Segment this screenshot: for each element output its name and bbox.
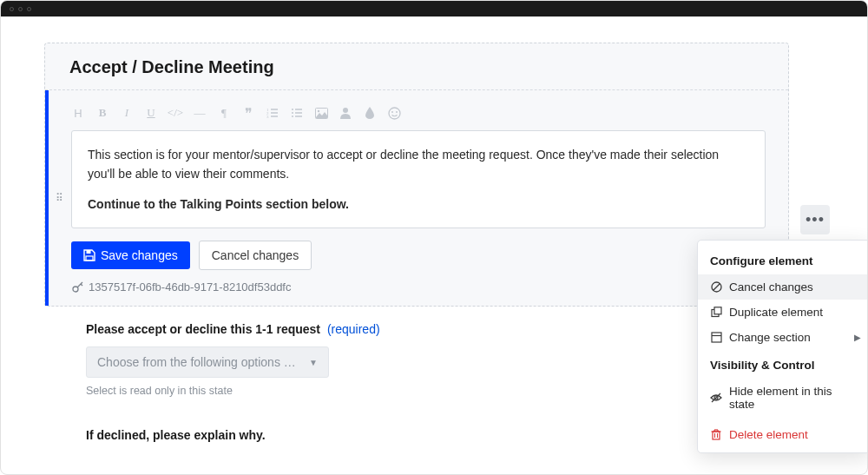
underline-icon[interactable]: U [144,106,158,120]
emoji-icon[interactable] [387,106,401,120]
svg-point-16 [391,111,393,113]
ordered-list-icon[interactable]: 123 [266,106,279,120]
select-accept-decline[interactable]: Choose from the following options … ▼ [86,346,329,378]
menu-group-title: Configure element [698,251,868,274]
menu-item-delete[interactable]: Delete element [698,422,868,447]
menu-item-label: Delete element [729,428,808,441]
svg-point-11 [292,115,293,117]
bold-icon[interactable]: B [95,106,109,120]
menu-item-cancel-changes[interactable]: Cancel changes [698,274,868,300]
svg-text:3: 3 [266,115,269,119]
field-label-accept-decline: Please accept or decline this 1-1 reques… [86,322,765,336]
menu-item-label: Cancel changes [729,280,813,294]
section-icon [710,332,722,344]
editor-paragraph: This section is for your mentor/supervis… [88,145,749,184]
element-key-value: 1357517f-06fb-46db-9171-8210df53ddfc [89,280,291,294]
chevron-right-icon: ▶ [854,333,861,342]
save-button[interactable]: Save changes [71,241,190,269]
svg-point-10 [292,112,293,114]
menu-item-change-section[interactable]: Change section ▶ [698,325,868,350]
menu-item-label: Duplicate element [729,306,823,319]
svg-rect-18 [87,250,91,254]
cancel-button[interactable]: Cancel changes [199,241,312,270]
window-titlebar [1,1,867,16]
quote-icon[interactable]: ❞ [241,106,255,120]
trash-icon [710,429,722,441]
menu-item-label: Hide element in this state [729,385,858,411]
traffic-light-dot [27,7,31,11]
app-window: Accept / Decline Meeting ⠿ H B I U </> —… [0,0,868,475]
svg-point-13 [317,109,319,111]
tint-icon[interactable] [363,106,377,120]
button-row: Save changes Cancel changes [71,241,766,270]
select-helper-text: Select is read only in this state [86,385,765,397]
field-label-explain: If declined, please explain why. [86,428,765,442]
section-title: Accept / Decline Meeting [69,57,764,77]
key-icon [71,281,83,294]
unordered-list-icon[interactable] [290,106,304,120]
overflow-menu-button[interactable]: ••• [800,205,830,234]
field-label-text: Please accept or decline this 1-1 reques… [86,322,320,336]
menu-item-label: Change section [729,331,811,344]
rich-text-toolbar: H B I U </> — ¶ ❞ 123 [71,102,766,130]
svg-rect-27 [712,333,721,342]
content-area: Accept / Decline Meeting ⠿ H B I U </> —… [1,16,867,461]
svg-point-17 [396,111,398,113]
heading-icon[interactable]: H [71,106,85,120]
section-header: Accept / Decline Meeting [45,43,788,90]
user-icon[interactable] [339,106,352,120]
element-key-row: 1357517f-06fb-46db-9171-8210df53ddfc [71,280,766,294]
svg-point-14 [343,108,348,113]
paragraph-icon[interactable]: ¶ [217,106,231,120]
section-card: Accept / Decline Meeting ⠿ H B I U </> —… [44,43,789,307]
fields-area: Please accept or decline this 1-1 reques… [44,307,789,461]
svg-point-15 [389,108,400,119]
select-placeholder: Choose from the following options … [97,355,296,369]
cancel-icon [710,281,722,294]
svg-rect-19 [86,256,93,261]
editor-textarea[interactable]: This section is for your mentor/supervis… [71,130,766,228]
required-indicator: (required) [327,322,380,336]
save-icon [83,249,95,261]
eye-slash-icon [710,392,722,404]
context-menu: Configure element Cancel changes Duplica… [697,240,868,453]
italic-icon[interactable]: I [120,106,134,120]
menu-group-title: Visibility & Control [698,355,868,379]
chevron-down-icon: ▼ [309,358,318,367]
svg-rect-26 [714,307,721,314]
editor-block: ⠿ H B I U </> — ¶ ❞ 123 [45,90,788,306]
editor-paragraph-bold: Continue to the Talking Points section b… [88,195,749,214]
svg-rect-31 [713,432,720,439]
duplicate-icon [710,307,722,319]
svg-line-22 [81,284,82,286]
svg-line-24 [713,284,720,291]
menu-item-hide[interactable]: Hide element in this state [698,379,868,417]
code-icon[interactable]: </> [168,106,182,120]
menu-item-duplicate[interactable]: Duplicate element [698,300,868,325]
save-button-label: Save changes [101,248,178,262]
svg-point-9 [292,109,293,110]
traffic-light-dot [18,7,23,11]
hr-icon[interactable]: — [193,106,207,120]
drag-handle-icon[interactable]: ⠿ [56,192,62,204]
image-icon[interactable] [314,106,328,120]
cancel-button-label: Cancel changes [212,248,299,262]
traffic-light-dot [10,7,14,11]
